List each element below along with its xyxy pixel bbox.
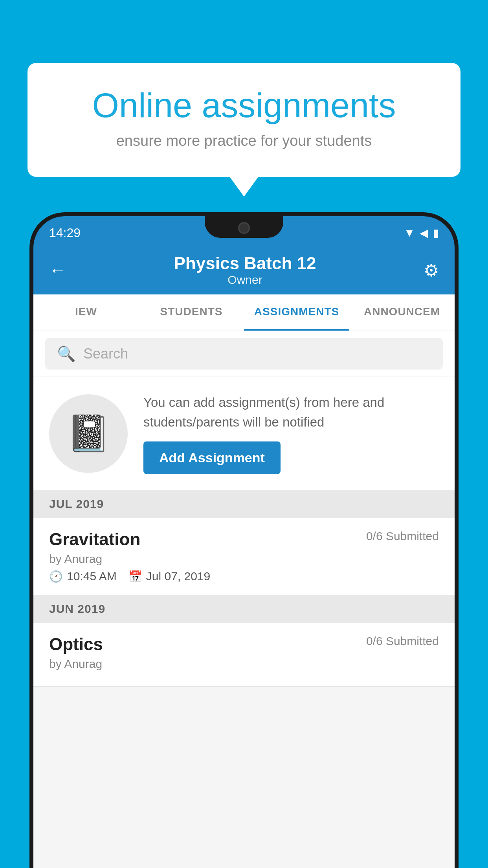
assignment-gravitation[interactable]: Gravitation 0/6 Submitted by Anurag 🕐 10… <box>33 518 455 595</box>
back-button[interactable]: ← <box>49 260 66 280</box>
wifi-icon: ▼ <box>404 227 415 239</box>
assignment-optics-submitted: 0/6 Submitted <box>366 634 439 648</box>
status-time: 14:29 <box>49 226 81 240</box>
search-container: 🔍 Search <box>33 331 455 377</box>
promo-content: You can add assignment(s) from here and … <box>143 393 439 474</box>
app-header: ← Physics Batch 12 Owner ⚙ <box>33 246 455 294</box>
assignment-time: 🕐 10:45 AM <box>49 570 117 583</box>
notch <box>205 216 283 238</box>
search-bar[interactable]: 🔍 Search <box>45 338 443 370</box>
header-center: Physics Batch 12 Owner <box>174 254 316 287</box>
screen-content: 🔍 Search 📓 You can add assignment(s) fro… <box>33 331 455 868</box>
assignment-author: by Anurag <box>49 552 439 566</box>
header-title: Physics Batch 12 <box>174 254 316 273</box>
clock-icon: 🕐 <box>49 570 63 583</box>
promo-card: 📓 You can add assignment(s) from here an… <box>33 377 455 490</box>
signal-icon: ◀ <box>420 226 428 239</box>
assignment-optics-top: Optics 0/6 Submitted <box>49 634 439 654</box>
header-subtitle: Owner <box>174 273 316 287</box>
assignment-optics-author: by Anurag <box>49 657 439 671</box>
camera <box>238 222 250 234</box>
assignment-meta: 🕐 10:45 AM 📅 Jul 07, 2019 <box>49 570 439 583</box>
section-jun-2019: JUN 2019 <box>33 595 455 623</box>
assignment-date: 📅 Jul 07, 2019 <box>128 570 210 583</box>
notebook-icon: 📓 <box>66 413 110 454</box>
assignment-optics[interactable]: Optics 0/6 Submitted by Anurag <box>33 623 455 687</box>
bubble-title: Online assignments <box>55 86 433 125</box>
tab-students[interactable]: STUDENTS <box>139 294 244 331</box>
assignment-optics-name: Optics <box>49 634 103 654</box>
battery-icon: ▮ <box>433 226 439 239</box>
phone-frame: 14:29 ▼ ◀ ▮ ← Physics Batch 12 Owner ⚙ I… <box>29 212 459 868</box>
promo-text: You can add assignment(s) from here and … <box>143 393 439 432</box>
assignment-top: Gravitation 0/6 Submitted <box>49 530 439 549</box>
tab-bar: IEW STUDENTS ASSIGNMENTS ANNOUNCEM <box>33 294 455 331</box>
phone-inner: 14:29 ▼ ◀ ▮ ← Physics Batch 12 Owner ⚙ I… <box>33 216 455 868</box>
assignment-name: Gravitation <box>49 530 140 549</box>
search-input-placeholder[interactable]: Search <box>83 346 128 362</box>
tab-announcements[interactable]: ANNOUNCEM <box>349 294 455 331</box>
settings-icon[interactable]: ⚙ <box>424 260 439 280</box>
assignment-submitted: 0/6 Submitted <box>366 530 439 543</box>
section-jul-2019: JUL 2019 <box>33 490 455 518</box>
speech-bubble-container: Online assignments ensure more practice … <box>28 63 460 177</box>
calendar-icon: 📅 <box>128 570 142 583</box>
search-icon: 🔍 <box>57 345 75 362</box>
speech-bubble: Online assignments ensure more practice … <box>28 63 460 177</box>
promo-icon-circle: 📓 <box>49 394 128 473</box>
status-icons: ▼ ◀ ▮ <box>404 226 439 239</box>
bubble-subtitle: ensure more practice for your students <box>55 132 433 149</box>
tab-assignments[interactable]: ASSIGNMENTS <box>244 294 349 331</box>
tab-iew[interactable]: IEW <box>33 294 139 331</box>
add-assignment-button[interactable]: Add Assignment <box>143 441 281 474</box>
